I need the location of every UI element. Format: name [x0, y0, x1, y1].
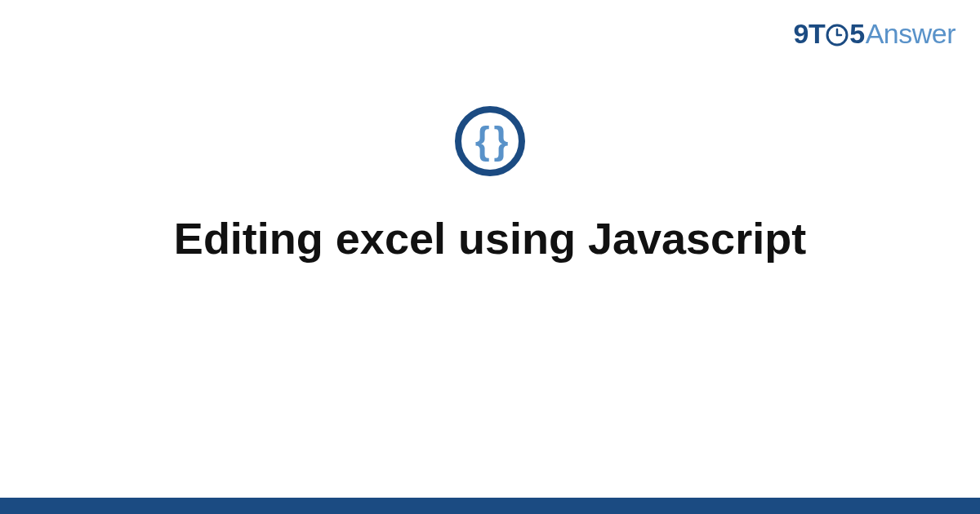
footer-accent-bar [0, 498, 980, 514]
main-content: { } Editing excel using Javascript [0, 106, 980, 265]
logo-text-answer: Answer [866, 18, 956, 50]
code-braces-icon: { } [475, 122, 506, 159]
clock-icon [826, 24, 849, 47]
category-icon-circle: { } [455, 106, 525, 176]
page-title: Editing excel using Javascript [141, 212, 839, 265]
logo-text-9t: 9T [794, 18, 826, 50]
logo-text-5: 5 [849, 18, 864, 50]
site-logo: 9T 5 Answer [794, 18, 956, 50]
